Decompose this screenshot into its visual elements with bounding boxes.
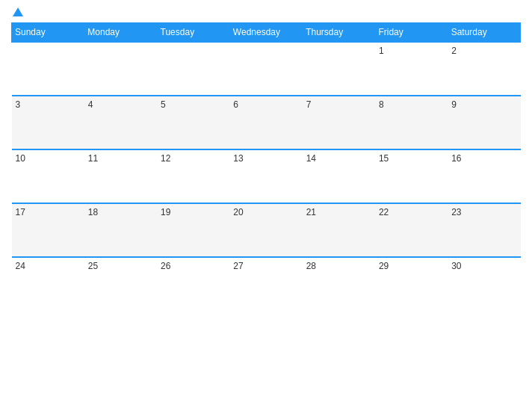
day-number: 1: [379, 46, 384, 56]
day-number: 26: [161, 261, 170, 271]
calendar-day-1: 1: [375, 42, 448, 96]
calendar-week-row: 12: [12, 42, 521, 96]
calendar-day-15: 15: [375, 149, 448, 203]
calendar-table: SundayMondayTuesdayWednesdayThursdayFrid…: [11, 22, 521, 311]
day-number: 2: [451, 46, 457, 56]
calendar-day-empty: [84, 42, 157, 96]
calendar-day-27: 27: [229, 257, 302, 311]
day-number: 21: [306, 207, 316, 217]
day-number: 12: [161, 153, 170, 164]
calendar-day-26: 26: [157, 257, 229, 311]
calendar-day-18: 18: [84, 203, 157, 257]
calendar-day-28: 28: [303, 257, 375, 311]
calendar-day-16: 16: [448, 149, 520, 203]
day-number: 15: [379, 153, 389, 164]
day-number: 14: [306, 153, 316, 164]
day-header-monday: Monday: [84, 23, 157, 43]
day-number: 18: [88, 207, 98, 217]
day-number: 11: [88, 153, 98, 164]
calendar-page: SundayMondayTuesdayWednesdayThursdayFrid…: [0, 0, 532, 411]
day-number: 5: [161, 99, 166, 110]
logo-triangle-icon: [13, 7, 23, 16]
day-number: 4: [88, 99, 93, 110]
day-number: 17: [16, 207, 25, 217]
calendar-day-3: 3: [12, 96, 84, 149]
day-number: 10: [16, 153, 25, 164]
day-header-sunday: Sunday: [12, 23, 84, 43]
day-number: 6: [233, 99, 238, 110]
day-number: 19: [161, 207, 170, 217]
day-number: 7: [306, 99, 312, 110]
calendar-day-25: 25: [84, 257, 157, 311]
calendar-day-empty: [12, 42, 84, 96]
calendar-day-8: 8: [375, 96, 448, 149]
calendar-day-14: 14: [303, 149, 375, 203]
calendar-day-7: 7: [303, 96, 375, 149]
calendar-week-row: 17181920212223: [12, 203, 521, 257]
day-number: 16: [451, 153, 461, 164]
day-number: 9: [451, 99, 457, 110]
calendar-day-12: 12: [157, 149, 229, 203]
day-number: 13: [233, 153, 243, 164]
day-header-tuesday: Tuesday: [157, 23, 229, 43]
calendar-day-empty: [157, 42, 229, 96]
header: [11, 7, 521, 16]
calendar-week-row: 24252627282930: [12, 257, 521, 311]
calendar-day-4: 4: [84, 96, 157, 149]
day-number: 27: [233, 261, 243, 271]
calendar-day-30: 30: [448, 257, 520, 311]
calendar-day-9: 9: [448, 96, 520, 149]
calendar-day-29: 29: [375, 257, 448, 311]
calendar-day-23: 23: [448, 203, 520, 257]
day-number: 29: [379, 261, 389, 271]
day-header-friday: Friday: [375, 23, 448, 43]
calendar-day-21: 21: [303, 203, 375, 257]
calendar-day-19: 19: [157, 203, 229, 257]
calendar-day-empty: [303, 42, 375, 96]
day-header-thursday: Thursday: [303, 23, 375, 43]
day-number: 23: [451, 207, 461, 217]
day-number: 8: [379, 99, 384, 110]
calendar-day-13: 13: [229, 149, 302, 203]
day-number: 22: [379, 207, 389, 217]
day-number: 30: [451, 261, 461, 271]
calendar-day-17: 17: [12, 203, 84, 257]
calendar-week-row: 3456789: [12, 96, 521, 149]
calendar-day-6: 6: [229, 96, 302, 149]
day-number: 24: [16, 261, 25, 271]
day-header-saturday: Saturday: [448, 23, 520, 43]
logo: [11, 7, 23, 16]
calendar-day-empty: [229, 42, 302, 96]
calendar-day-22: 22: [375, 203, 448, 257]
calendar-day-11: 11: [84, 149, 157, 203]
day-number: 3: [16, 99, 21, 110]
calendar-day-24: 24: [12, 257, 84, 311]
calendar-day-5: 5: [157, 96, 229, 149]
calendar-day-10: 10: [12, 149, 84, 203]
calendar-day-20: 20: [229, 203, 302, 257]
calendar-day-2: 2: [448, 42, 520, 96]
day-header-wednesday: Wednesday: [229, 23, 302, 43]
day-number: 28: [306, 261, 316, 271]
calendar-week-row: 10111213141516: [12, 149, 521, 203]
day-number: 20: [233, 207, 243, 217]
calendar-header-row: SundayMondayTuesdayWednesdayThursdayFrid…: [12, 23, 521, 43]
day-number: 25: [88, 261, 98, 271]
